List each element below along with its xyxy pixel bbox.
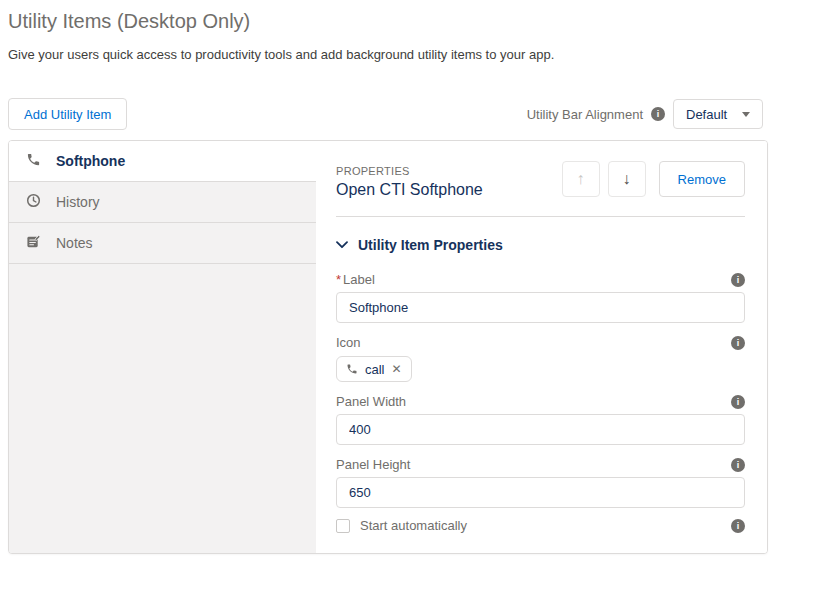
info-icon[interactable]: i xyxy=(731,395,745,409)
info-glyph: i xyxy=(737,275,740,285)
move-up-button[interactable]: ↑ xyxy=(562,161,600,197)
sidebar-item-history[interactable]: History xyxy=(9,182,316,223)
sidebar-item-label: History xyxy=(56,194,100,210)
panel-height-label: Panel Height xyxy=(336,457,410,472)
up-arrow-icon: ↑ xyxy=(577,170,585,188)
info-icon[interactable]: i xyxy=(651,107,665,121)
label-field-label: Label xyxy=(343,272,375,287)
utility-bar-alignment-label: Utility Bar Alignment xyxy=(527,107,643,122)
utility-item-properties-section-toggle[interactable]: Utility Item Properties xyxy=(336,237,745,253)
caret-down-icon xyxy=(742,112,750,117)
divider xyxy=(336,216,745,217)
icon-field-label: Icon xyxy=(336,335,361,350)
sidebar-item-label: Softphone xyxy=(56,153,125,169)
utility-bar-alignment-group: Utility Bar Alignment i Default xyxy=(527,99,763,129)
close-icon[interactable]: ✕ xyxy=(392,363,402,375)
info-icon[interactable]: i xyxy=(731,336,745,350)
icon-chip-label: call xyxy=(365,362,385,377)
icon-field-header: Icon i xyxy=(336,335,745,350)
label-field-label-group: * Label xyxy=(336,272,375,287)
info-glyph: i xyxy=(737,338,740,348)
sidebar-item-label: Notes xyxy=(56,235,93,251)
start-automatically-field: Start automatically i xyxy=(336,518,745,533)
panel-width-field: Panel Width i xyxy=(336,394,745,445)
info-icon[interactable]: i xyxy=(731,458,745,472)
panel-width-label: Panel Width xyxy=(336,394,406,409)
icon-chip[interactable]: call ✕ xyxy=(336,356,412,382)
start-automatically-header: Start automatically i xyxy=(336,518,745,533)
icon-field: Icon i call ✕ xyxy=(336,335,745,382)
utility-items-sidebar: Softphone History Notes xyxy=(9,141,316,553)
note-icon xyxy=(26,234,41,249)
required-mark: * xyxy=(336,272,341,287)
phone-icon xyxy=(346,363,358,375)
info-glyph: i xyxy=(737,460,740,470)
info-glyph: i xyxy=(737,521,740,531)
clock-icon xyxy=(26,193,41,208)
utility-items-page: Utility Items (Desktop Only) Give your u… xyxy=(0,0,820,602)
properties-panel: PROPERTIES Open CTI Softphone ↑ ↓ Remove… xyxy=(316,141,767,553)
move-down-button[interactable]: ↓ xyxy=(608,161,646,197)
label-input[interactable] xyxy=(336,292,745,323)
add-utility-item-button[interactable]: Add Utility Item xyxy=(8,98,127,130)
panel-width-input[interactable] xyxy=(336,414,745,445)
phone-icon xyxy=(26,152,41,167)
section-title: Utility Item Properties xyxy=(358,237,503,253)
sidebar-item-notes[interactable]: Notes xyxy=(9,223,316,264)
alignment-dropdown[interactable]: Default xyxy=(673,99,763,129)
start-automatically-group: Start automatically xyxy=(336,518,467,533)
info-icon[interactable]: i xyxy=(731,273,745,287)
reorder-actions: ↑ ↓ Remove xyxy=(562,161,745,197)
panel-height-field: Panel Height i xyxy=(336,457,745,508)
info-glyph: i xyxy=(657,109,660,119)
page-title: Utility Items (Desktop Only) xyxy=(8,10,250,33)
start-automatically-checkbox[interactable] xyxy=(336,519,350,533)
properties-heading: PROPERTIES Open CTI Softphone xyxy=(336,165,483,199)
down-arrow-icon: ↓ xyxy=(623,170,631,188)
page-subtitle: Give your users quick access to producti… xyxy=(8,47,554,62)
properties-eyebrow: PROPERTIES xyxy=(336,165,483,177)
properties-title: Open CTI Softphone xyxy=(336,181,483,199)
label-field-header: * Label i xyxy=(336,272,745,287)
info-glyph: i xyxy=(737,397,740,407)
utility-items-card: Softphone History Notes PROPERTIES Open … xyxy=(8,140,768,554)
remove-button[interactable]: Remove xyxy=(659,161,745,197)
sidebar-item-softphone[interactable]: Softphone xyxy=(9,141,316,182)
alignment-dropdown-value: Default xyxy=(686,107,727,122)
panel-height-input[interactable] xyxy=(336,477,745,508)
start-automatically-label: Start automatically xyxy=(360,518,467,533)
panel-width-header: Panel Width i xyxy=(336,394,745,409)
info-icon[interactable]: i xyxy=(731,519,745,533)
label-field: * Label i xyxy=(336,272,745,323)
properties-header: PROPERTIES Open CTI Softphone ↑ ↓ Remove xyxy=(336,165,745,199)
panel-height-header: Panel Height i xyxy=(336,457,745,472)
chevron-down-icon xyxy=(336,241,348,249)
